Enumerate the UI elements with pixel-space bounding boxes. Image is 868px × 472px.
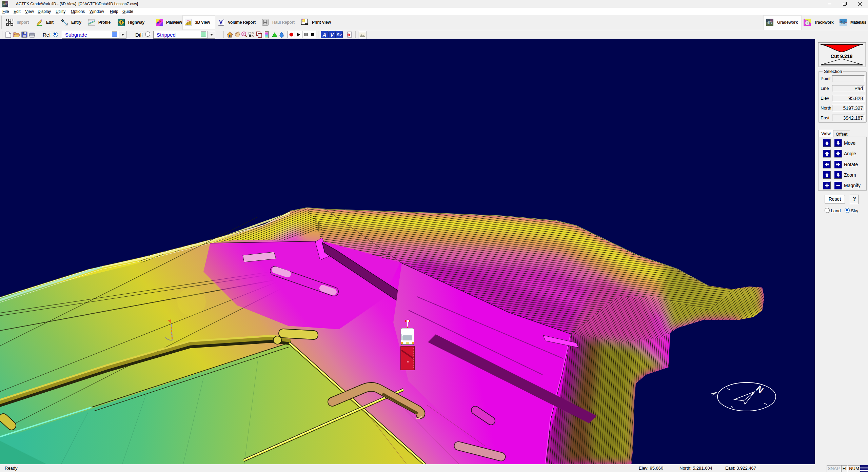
- svg-text:4D: 4D: [3, 2, 7, 6]
- svg-text:F: F: [159, 20, 161, 23]
- svg-text:4D: 4D: [840, 20, 846, 25]
- svg-text:De: De: [252, 35, 254, 37]
- svg-text:Cut 9.218: Cut 9.218: [831, 54, 852, 59]
- svg-text:4D: 4D: [767, 20, 772, 25]
- svg-text:c: c: [157, 21, 159, 25]
- svg-text:Ex: Ex: [252, 32, 254, 34]
